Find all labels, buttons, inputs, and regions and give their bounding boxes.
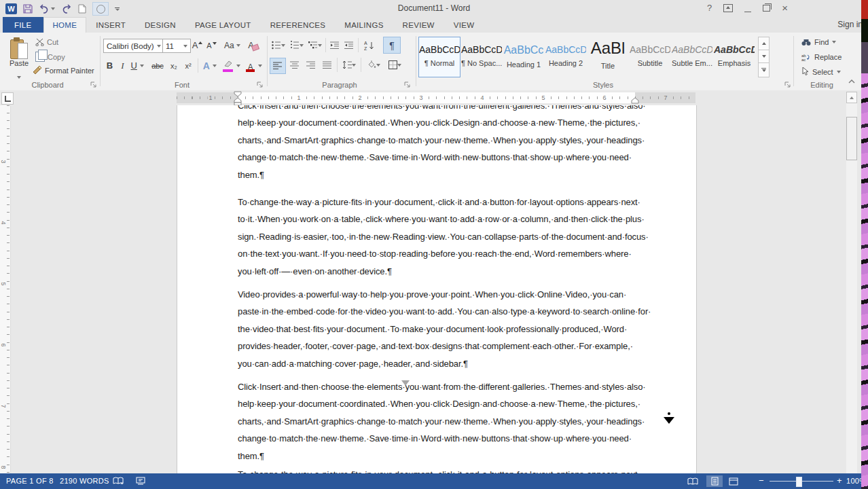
format-painter-button[interactable]: Format Painter (33, 66, 94, 75)
style-card-emphasis[interactable]: AaBbCcDcEmphasis (713, 37, 755, 77)
scrollbar-thumb[interactable] (846, 117, 857, 160)
shading-dropdown-icon[interactable] (376, 64, 380, 67)
style-card-subtitle[interactable]: AaBbCcDSubtitle (629, 37, 671, 77)
read-mode-button[interactable] (685, 475, 701, 487)
tab-review[interactable]: REVIEW (393, 17, 444, 33)
paragraph-dialog-launcher-icon[interactable] (404, 82, 411, 88)
multilevel-dropdown-icon[interactable] (318, 44, 322, 47)
document-page[interactable]: Click·Insert·and·then·choose·the·element… (177, 105, 697, 473)
word-count[interactable]: 2190 WORDS (60, 477, 109, 485)
clipboard-dialog-launcher-icon[interactable] (90, 82, 97, 88)
print-layout-button[interactable] (706, 475, 723, 487)
minimize-icon[interactable] (744, 12, 751, 12)
line-spacing-dropdown-icon[interactable] (352, 64, 356, 67)
style-card-subtle-em[interactable]: AaBbCcDcSubtle Em... (671, 37, 713, 77)
sort-button[interactable]: AZ (361, 38, 378, 52)
paste-button[interactable]: Paste (5, 37, 33, 82)
line-spacing-button[interactable] (340, 58, 359, 72)
numbering-button[interactable] (289, 38, 305, 52)
increase-indent-button[interactable] (342, 38, 356, 52)
font-color-button[interactable]: A (244, 58, 264, 73)
right-indent-marker-icon[interactable] (631, 97, 639, 104)
change-case-button[interactable]: Aa (223, 38, 242, 52)
macro-status-icon[interactable] (136, 477, 145, 485)
undo-button[interactable] (39, 4, 55, 14)
tab-view[interactable]: VIEW (444, 17, 484, 33)
cut-button[interactable]: Cut (35, 38, 58, 46)
tab-page-layout[interactable]: PAGE LAYOUT (185, 17, 261, 33)
tab-mailings[interactable]: MAILINGS (335, 17, 393, 33)
proofing-status-icon[interactable] (113, 477, 124, 486)
align-left-button[interactable] (270, 58, 286, 74)
clear-formatting-button[interactable]: A (246, 38, 261, 52)
underline-button[interactable]: U (129, 58, 145, 73)
circle-tool-button[interactable] (92, 2, 109, 16)
numbering-dropdown-icon[interactable] (300, 44, 304, 47)
show-hide-formatting-button[interactable]: ¶ (383, 37, 401, 54)
font-dialog-launcher-icon[interactable] (257, 82, 264, 88)
zoom-in-button[interactable]: + (837, 475, 842, 486)
styles-scroll-down-icon[interactable] (758, 50, 770, 63)
font-name-dropdown-icon[interactable] (157, 45, 161, 48)
find-dropdown-icon[interactable] (832, 41, 836, 43)
customize-qat-icon[interactable] (115, 7, 120, 11)
style-card-title[interactable]: AaBlTitle (587, 37, 629, 77)
copy-button[interactable]: Copy (35, 52, 65, 62)
tab-home[interactable]: HOME (43, 17, 87, 33)
font-color-dropdown-icon[interactable] (258, 65, 262, 67)
collapse-ribbon-icon[interactable] (848, 79, 856, 84)
borders-button[interactable] (384, 58, 405, 72)
new-document-icon[interactable] (78, 4, 86, 14)
restore-icon[interactable] (763, 5, 770, 12)
select-button[interactable]: Select (801, 67, 841, 76)
highlight-dropdown-icon[interactable] (236, 65, 240, 67)
scrollbar-up-icon[interactable] (846, 92, 857, 103)
bullets-button[interactable] (270, 38, 287, 52)
tab-references[interactable]: REFERENCES (261, 17, 336, 33)
bullets-dropdown-icon[interactable] (281, 44, 285, 47)
styles-scroll-up-icon[interactable] (758, 37, 770, 50)
replace-button[interactable]: abac Replace (801, 53, 842, 61)
paste-dropdown-icon[interactable] (17, 76, 21, 79)
save-icon[interactable] (23, 4, 33, 14)
decrease-indent-button[interactable] (328, 38, 342, 52)
find-button[interactable]: Find (801, 38, 836, 46)
redo-button[interactable] (61, 4, 72, 14)
strikethrough-button[interactable]: abc (149, 58, 166, 73)
justify-button[interactable] (320, 58, 335, 73)
indent-markers-icon[interactable] (234, 91, 242, 106)
subscript-button[interactable]: x₂ (167, 58, 181, 73)
tab-selector[interactable] (1, 92, 14, 105)
multilevel-list-button[interactable] (307, 38, 323, 52)
zoom-slider-thumb[interactable] (796, 477, 802, 487)
undo-dropdown-icon[interactable] (51, 7, 55, 10)
page-indicator[interactable]: PAGE 1 OF 8 (6, 477, 54, 485)
text-effects-button[interactable]: A (200, 58, 219, 73)
tab-design[interactable]: DESIGN (135, 17, 185, 33)
superscript-button[interactable]: x² (181, 58, 195, 73)
horizontal-ruler[interactable]: 11234567 (177, 92, 695, 103)
shading-button[interactable] (363, 58, 382, 72)
help-icon[interactable]: ? (707, 3, 712, 14)
vertical-ruler[interactable]: 345678 (0, 105, 11, 473)
bold-button[interactable]: B (104, 58, 115, 73)
styles-more-icon[interactable] (758, 62, 770, 77)
zoom-slider[interactable] (770, 481, 833, 482)
web-layout-button[interactable] (725, 475, 742, 487)
font-size-dropdown-icon[interactable] (183, 45, 187, 48)
font-name-combo[interactable]: Calibri (Body) (103, 39, 164, 53)
align-right-button[interactable] (304, 58, 319, 73)
align-center-button[interactable] (287, 58, 302, 73)
font-size-combo[interactable]: 11 (162, 39, 191, 53)
shrink-font-button[interactable]: A (205, 38, 218, 52)
underline-dropdown-icon[interactable] (140, 65, 144, 67)
ribbon-display-options-icon[interactable] (723, 4, 733, 12)
italic-button[interactable]: I (117, 58, 128, 73)
style-card-normal[interactable]: AaBbCcDc¶ Normal (418, 37, 460, 77)
text-highlight-button[interactable] (221, 58, 242, 73)
style-card-heading-2[interactable]: AaBbCcDHeading 2 (545, 37, 587, 77)
borders-dropdown-icon[interactable] (397, 64, 401, 67)
grow-font-button[interactable]: A (191, 38, 204, 52)
vertical-scrollbar[interactable] (846, 92, 857, 473)
style-card-no-spac[interactable]: AaBbCcDc¶ No Spac... (460, 37, 503, 77)
